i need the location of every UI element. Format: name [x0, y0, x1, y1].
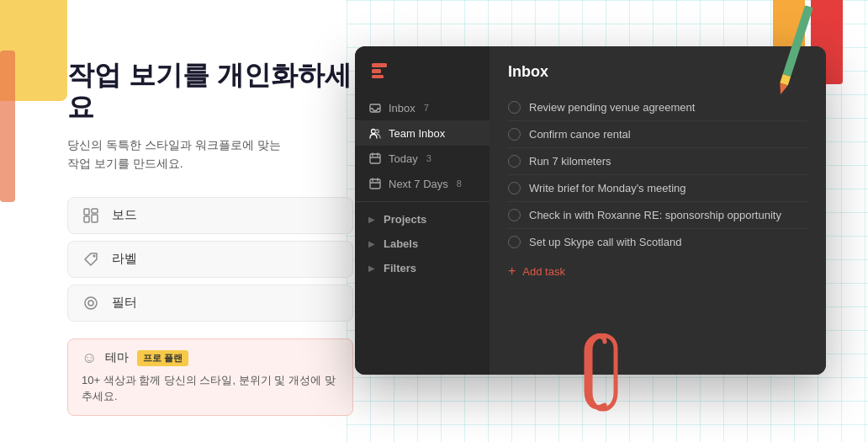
task-item[interactable]: Run 7 kilometers [508, 148, 807, 175]
nav-divider [355, 201, 490, 202]
inbox-icon [368, 101, 382, 114]
label-icon [82, 250, 100, 269]
next7-badge: 8 [457, 178, 462, 189]
app-logo [355, 60, 490, 95]
next7-icon [368, 177, 382, 190]
filter-icon [82, 294, 100, 312]
today-badge: 3 [426, 153, 431, 163]
sidebar-item-labels[interactable]: ▶ Labels [355, 232, 490, 256]
theme-card-header: ☺ 테마 프로 플랜 [82, 349, 339, 367]
inbox-label: Inbox [389, 102, 415, 114]
svg-rect-14 [370, 179, 380, 189]
pro-badge: 프로 플랜 [137, 350, 188, 366]
theme-label: 테마 [105, 350, 129, 365]
team-inbox-label: Team Inbox [389, 127, 445, 140]
feature-label[interactable]: 라벨 [67, 241, 353, 278]
task-checkbox[interactable] [508, 182, 521, 194]
task-text: Review pending venue agreement [529, 101, 695, 114]
task-text: Confirm canoe rental [529, 128, 631, 141]
task-item[interactable]: Review pending venue agreement [508, 94, 807, 121]
task-item[interactable]: Confirm canoe rental [508, 121, 807, 148]
sidebar-item-filters[interactable]: ▶ Filters [355, 256, 490, 280]
inbox-section-title: Inbox [508, 63, 807, 81]
theme-description: 10+ 색상과 함께 당신의 스타일, 분위기 및 개성에 맞추세요. [82, 372, 339, 405]
sidebar-item-today[interactable]: Today 3 [355, 146, 490, 171]
page-subtitle: 당신의 독특한 스타일과 워크플로에 맞는 작업 보기를 만드세요. [67, 136, 286, 173]
team-inbox-icon [368, 126, 382, 140]
svg-point-12 [376, 130, 379, 133]
filters-chevron: ▶ [368, 264, 375, 273]
feature-filter[interactable]: 필터 [67, 285, 353, 322]
svg-rect-2 [92, 209, 98, 213]
sidebar-item-projects[interactable]: ▶ Projects [355, 207, 490, 232]
task-item[interactable]: Set up Skype call with Scotland [508, 229, 807, 255]
projects-chevron: ▶ [368, 215, 375, 224]
svg-rect-7 [372, 63, 387, 67]
task-checkbox[interactable] [508, 101, 521, 114]
task-checkbox[interactable] [508, 128, 521, 141]
filter-label: 필터 [112, 295, 137, 311]
labels-label: Labels [384, 237, 418, 250]
task-text: Check in with Roxanne RE: sponsorship op… [529, 209, 781, 221]
projects-label: Projects [384, 213, 426, 226]
next7-label: Next 7 Days [389, 178, 448, 190]
task-checkbox[interactable] [508, 209, 521, 221]
feature-board[interactable]: 보드 [67, 197, 353, 234]
svg-rect-0 [84, 209, 89, 215]
left-content-panel: 작업 보기를 개인화하세요 당신의 독특한 스타일과 워크플로에 맞는 작업 보… [67, 59, 353, 416]
app-main-content: Inbox Review pending venue agreement Con… [490, 46, 826, 375]
filters-label: Filters [384, 262, 416, 274]
svg-point-6 [88, 301, 93, 306]
svg-rect-1 [84, 216, 89, 222]
feature-list: 보드 라벨 필터 [67, 197, 353, 322]
svg-point-4 [93, 254, 96, 257]
sidebar-item-next7[interactable]: Next 7 Days 8 [355, 171, 490, 196]
svg-point-11 [372, 130, 376, 134]
task-list: Review pending venue agreement Confirm c… [508, 94, 807, 255]
paperclip-deco [578, 333, 620, 417]
svg-rect-3 [92, 215, 98, 222]
task-text: Run 7 kilometers [529, 155, 611, 168]
task-text: Write brief for Monday's meeting [529, 182, 685, 194]
svg-rect-13 [370, 154, 380, 163]
board-icon [82, 206, 100, 225]
app-window: Inbox 7 Team Inbox [355, 46, 826, 375]
logo-icon [368, 60, 390, 82]
add-task-icon: + [508, 264, 516, 279]
theme-icon: ☺ [82, 349, 97, 367]
svg-rect-9 [372, 75, 384, 78]
labels-chevron: ▶ [368, 239, 375, 248]
task-item[interactable]: Write brief for Monday's meeting [508, 175, 807, 202]
sidebar-nav: Inbox 7 Team Inbox [355, 95, 490, 280]
add-task-label: Add task [522, 265, 565, 278]
sidebar-item-team-inbox[interactable]: Team Inbox [355, 120, 490, 146]
label-text: 라벨 [112, 251, 137, 267]
task-item[interactable]: Check in with Roxanne RE: sponsorship op… [508, 202, 807, 229]
add-task-button[interactable]: + Add task [508, 257, 807, 285]
today-label: Today [389, 152, 418, 165]
task-text: Set up Skype call with Scotland [529, 236, 681, 248]
inbox-badge: 7 [424, 103, 429, 113]
task-checkbox[interactable] [508, 236, 521, 248]
today-icon [368, 152, 382, 165]
theme-card[interactable]: ☺ 테마 프로 플랜 10+ 색상과 함께 당신의 스타일, 분위기 및 개성에… [67, 338, 353, 416]
board-label: 보드 [112, 207, 137, 223]
svg-rect-8 [372, 69, 381, 73]
sidebar-item-inbox[interactable]: Inbox 7 [355, 95, 490, 120]
page-title: 작업 보기를 개인화하세요 [67, 59, 353, 124]
deco-orange-brush [0, 51, 15, 202]
task-checkbox[interactable] [508, 155, 521, 168]
app-sidebar: Inbox 7 Team Inbox [355, 46, 490, 375]
svg-point-5 [85, 297, 97, 309]
